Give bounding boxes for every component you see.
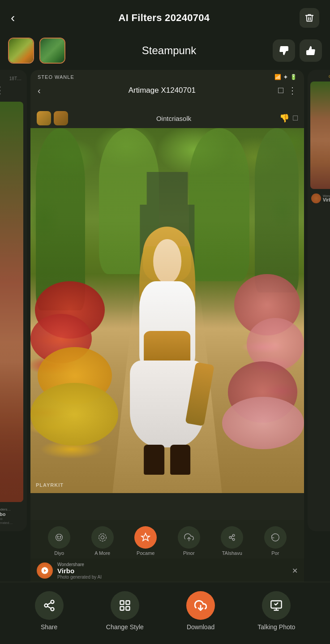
- svg-point-4: [99, 533, 107, 541]
- por-icon-circle: [264, 526, 287, 549]
- pinor-label: Pinor: [183, 550, 195, 556]
- filter-thumb-1[interactable]: [8, 38, 34, 64]
- download-label: Download: [187, 623, 214, 631]
- svg-point-8: [233, 538, 235, 541]
- phone-status-bar: STEO WANLE 📶 ✦ 🔋: [30, 70, 304, 82]
- filter-thumb-2[interactable]: [39, 38, 65, 64]
- tree-right: [255, 128, 299, 292]
- thumbs-down-icon: [279, 45, 289, 56]
- svg-point-6: [229, 536, 231, 538]
- pocame-icon-circle: [134, 526, 157, 549]
- share-grid-icon: [227, 532, 237, 542]
- virbo-info: Wondershare Virbo Photo generated by AI: [57, 562, 287, 580]
- thumbs-up-icon: [305, 45, 316, 56]
- virbo-logo-icon: [41, 567, 49, 575]
- phone-screen-title: Artimage X1240701: [46, 86, 278, 95]
- talking-photo-icon-circle: [262, 591, 291, 620]
- status-icons: 📶 ✦ 🔋: [274, 73, 297, 81]
- virbo-app-name: Virbo: [57, 567, 287, 575]
- talshavu-icon-circle: [221, 526, 243, 549]
- svg-line-9: [231, 536, 233, 537]
- filter-row: Steampunk: [0, 34, 330, 70]
- share-action[interactable]: Share: [35, 591, 64, 631]
- card-filter-thumb-1[interactable]: [37, 111, 51, 125]
- right-card-image: [310, 82, 330, 189]
- like-button[interactable]: [300, 39, 322, 62]
- left-card-partial: 18T… ⋮ Wonders… Virbo Photo generated…: [0, 70, 27, 531]
- diyo-label: Diyo: [54, 550, 64, 556]
- por-label: Por: [271, 550, 279, 556]
- battery-icon: 🔋: [290, 74, 297, 80]
- svg-rect-16: [120, 601, 124, 605]
- change-style-label: Change Style: [106, 623, 144, 631]
- phone-back-button[interactable]: ‹: [38, 86, 41, 96]
- card-share-icon[interactable]: □: [293, 113, 298, 123]
- pocame-icon: [141, 532, 150, 542]
- tool-talshavu[interactable]: TAlshavu: [221, 526, 243, 556]
- svg-point-7: [233, 534, 235, 537]
- tool-amore[interactable]: A More: [91, 526, 114, 556]
- change-style-icon: [119, 599, 131, 612]
- center-card: STEO WANLE 📶 ✦ 🔋 ‹ Artimage X1240701 □ ⋮: [30, 70, 304, 619]
- card-filter-thumb-2[interactable]: [54, 111, 68, 125]
- card-filter-thumbs: [37, 111, 68, 125]
- card-filter-action-icons: 👎 □: [279, 113, 298, 123]
- amore-label: A More: [94, 550, 110, 556]
- amore-icon-circle: [91, 526, 114, 549]
- pinor-icon-circle: [178, 526, 200, 549]
- virbo-description: Photo generated by AI: [57, 575, 287, 580]
- svg-line-10: [231, 538, 233, 539]
- tool-pinor[interactable]: Pinor: [178, 526, 200, 556]
- talshavu-label: TAlshavu: [222, 550, 242, 556]
- change-style-action[interactable]: Change Style: [106, 591, 144, 631]
- flower-bed-left: [30, 281, 118, 446]
- phone-share-icon[interactable]: □: [278, 85, 283, 96]
- card-filter-row: Ointcriasolk 👎 □: [30, 108, 304, 128]
- carrier-text: STEO WANLE: [38, 74, 74, 80]
- pocame-label: Pocame: [137, 550, 154, 556]
- card-tools-row: Diyo A More Pocame: [30, 520, 304, 558]
- delete-button[interactable]: [300, 8, 319, 28]
- download-icon-circle: [186, 591, 215, 620]
- card-filter-label: Ointcriasolk: [73, 115, 275, 122]
- virbo-logo: [37, 562, 53, 579]
- virbo-brand-text: Wondershare: [57, 562, 287, 567]
- carousel-area: 18T… ⋮ Wonders… Virbo Photo generated… S…: [0, 70, 330, 619]
- bottom-action-bar: Share Change Style Download: [0, 582, 330, 644]
- wifi-icon: ✦: [283, 73, 288, 81]
- undo-icon: [270, 532, 280, 542]
- talking-photo-icon: [270, 599, 283, 612]
- download-action[interactable]: Download: [186, 591, 215, 631]
- virbo-close-button[interactable]: ✕: [292, 567, 298, 575]
- amore-icon: [98, 532, 107, 542]
- svg-point-2: [60, 536, 61, 537]
- rating-buttons: [273, 39, 322, 62]
- phone-menu-icon[interactable]: ⋮: [288, 85, 297, 96]
- talking-photo-label: Talking Photo: [257, 623, 295, 631]
- svg-rect-19: [126, 606, 129, 610]
- dislike-button[interactable]: [273, 39, 295, 62]
- share-label: Share: [41, 623, 57, 631]
- virbo-banner: Wondershare Virbo Photo generated by AI …: [30, 558, 304, 583]
- right-card-partial: ⚙ Wonders… Virbo: [308, 70, 330, 531]
- download-icon: [194, 599, 207, 612]
- tool-pocame[interactable]: Pocame: [134, 526, 157, 556]
- share-icon: [43, 599, 56, 612]
- tool-diyo[interactable]: Diyo: [48, 526, 70, 556]
- character-figure: [121, 227, 214, 475]
- page-title: AI Filters 20240704: [119, 12, 210, 24]
- tool-por[interactable]: Por: [264, 526, 287, 556]
- upload-icon: [184, 532, 194, 542]
- svg-rect-17: [126, 601, 129, 605]
- top-header: ‹ AI Filters 20240704: [0, 0, 330, 34]
- svg-point-3: [101, 536, 104, 539]
- card-dislike-icon[interactable]: 👎: [279, 113, 289, 123]
- artwork-image: PLAYRKIT: [30, 128, 304, 493]
- diyo-icon-circle: [48, 526, 70, 549]
- talking-photo-action[interactable]: Talking Photo: [257, 591, 295, 631]
- svg-rect-18: [120, 606, 124, 610]
- watermark-text: PLAYRKIT: [36, 482, 64, 488]
- flower-bed-right: [222, 274, 304, 449]
- back-button[interactable]: ‹: [11, 11, 29, 25]
- svg-point-0: [56, 534, 63, 541]
